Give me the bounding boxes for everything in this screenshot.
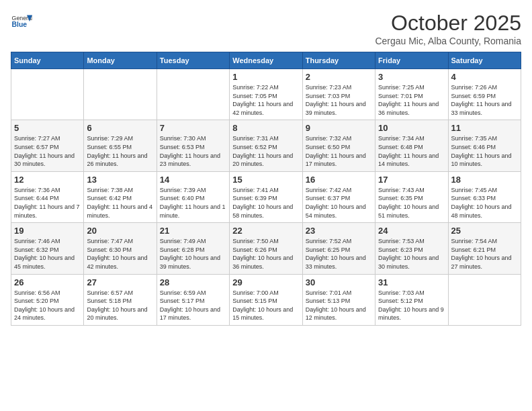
day-info: Sunrise: 7:23 AMSunset: 7:03 PMDaylight:… — [306, 83, 372, 117]
day-cell: 20Sunrise: 7:47 AMSunset: 6:30 PMDayligh… — [84, 223, 157, 274]
day-cell: 14Sunrise: 7:39 AMSunset: 6:40 PMDayligh… — [157, 171, 229, 222]
day-cell: 7Sunrise: 7:30 AMSunset: 6:53 PMDaylight… — [157, 120, 229, 171]
day-info: Sunrise: 7:50 AMSunset: 6:26 PMDaylight:… — [232, 237, 299, 271]
week-row-3: 12Sunrise: 7:36 AMSunset: 6:44 PMDayligh… — [11, 171, 521, 222]
day-cell: 9Sunrise: 7:32 AMSunset: 6:50 PMDaylight… — [302, 120, 375, 171]
day-cell — [11, 69, 84, 120]
day-info: Sunrise: 7:46 AMSunset: 6:32 PMDaylight:… — [14, 237, 81, 271]
day-number: 9 — [306, 123, 372, 133]
day-cell: 27Sunrise: 6:57 AMSunset: 5:18 PMDayligh… — [84, 274, 157, 325]
day-number: 16 — [306, 175, 372, 185]
day-info: Sunrise: 7:25 AMSunset: 7:01 PMDaylight:… — [378, 83, 445, 117]
day-info: Sunrise: 7:29 AMSunset: 6:55 PMDaylight:… — [87, 134, 153, 168]
day-cell: 18Sunrise: 7:45 AMSunset: 6:33 PMDayligh… — [448, 171, 521, 222]
day-info: Sunrise: 7:39 AMSunset: 6:40 PMDaylight:… — [160, 186, 226, 220]
day-info: Sunrise: 7:31 AMSunset: 6:52 PMDaylight:… — [232, 134, 299, 168]
day-info: Sunrise: 6:56 AMSunset: 5:20 PMDaylight:… — [14, 289, 81, 322]
day-number: 15 — [232, 175, 299, 185]
title-block: October 2025 Cergau Mic, Alba County, Ro… — [375, 11, 521, 46]
day-number: 6 — [87, 123, 153, 133]
col-header-friday: Friday — [375, 52, 448, 69]
day-cell — [157, 69, 229, 120]
day-number: 7 — [160, 123, 226, 133]
col-header-wednesday: Wednesday — [230, 52, 302, 69]
day-cell: 3Sunrise: 7:25 AMSunset: 7:01 PMDaylight… — [375, 69, 448, 120]
day-number: 25 — [451, 226, 518, 236]
col-header-tuesday: Tuesday — [157, 52, 229, 69]
day-number: 22 — [232, 226, 299, 236]
week-row-2: 5Sunrise: 7:27 AMSunset: 6:57 PMDaylight… — [11, 120, 521, 171]
day-info: Sunrise: 7:43 AMSunset: 6:35 PMDaylight:… — [378, 186, 445, 220]
day-number: 14 — [160, 175, 226, 185]
day-cell: 19Sunrise: 7:46 AMSunset: 6:32 PMDayligh… — [11, 223, 84, 274]
day-cell: 29Sunrise: 7:00 AMSunset: 5:15 PMDayligh… — [230, 274, 302, 325]
day-info: Sunrise: 7:35 AMSunset: 6:46 PMDaylight:… — [451, 134, 518, 168]
day-info: Sunrise: 7:47 AMSunset: 6:30 PMDaylight:… — [87, 237, 153, 271]
day-info: Sunrise: 7:52 AMSunset: 6:25 PMDaylight:… — [306, 237, 372, 271]
day-cell: 28Sunrise: 6:59 AMSunset: 5:17 PMDayligh… — [157, 274, 229, 325]
day-info: Sunrise: 7:32 AMSunset: 6:50 PMDaylight:… — [306, 134, 372, 168]
header-row: SundayMondayTuesdayWednesdayThursdayFrid… — [11, 52, 521, 69]
logo-icon: General Blue — [11, 11, 32, 32]
day-cell: 1Sunrise: 7:22 AMSunset: 7:05 PMDaylight… — [230, 69, 302, 120]
day-cell: 30Sunrise: 7:01 AMSunset: 5:13 PMDayligh… — [302, 274, 375, 325]
day-info: Sunrise: 6:59 AMSunset: 5:17 PMDaylight:… — [160, 289, 226, 322]
day-info: Sunrise: 7:22 AMSunset: 7:05 PMDaylight:… — [232, 83, 299, 117]
day-number: 21 — [160, 226, 226, 236]
day-info: Sunrise: 7:00 AMSunset: 5:15 PMDaylight:… — [232, 289, 299, 322]
logo: General Blue — [11, 11, 32, 32]
day-number: 3 — [378, 72, 445, 82]
day-info: Sunrise: 7:26 AMSunset: 6:59 PMDaylight:… — [451, 83, 518, 117]
subtitle: Cergau Mic, Alba County, Romania — [375, 36, 521, 46]
day-number: 29 — [232, 277, 299, 287]
day-number: 10 — [378, 123, 445, 133]
day-cell: 11Sunrise: 7:35 AMSunset: 6:46 PMDayligh… — [448, 120, 521, 171]
day-cell: 15Sunrise: 7:41 AMSunset: 6:39 PMDayligh… — [230, 171, 302, 222]
day-number: 30 — [306, 277, 372, 287]
day-number: 12 — [14, 175, 81, 185]
col-header-monday: Monday — [84, 52, 157, 69]
day-number: 24 — [378, 226, 445, 236]
day-number: 31 — [378, 277, 445, 287]
day-number: 4 — [451, 72, 518, 82]
col-header-saturday: Saturday — [448, 52, 521, 69]
day-cell: 8Sunrise: 7:31 AMSunset: 6:52 PMDaylight… — [230, 120, 302, 171]
day-info: Sunrise: 6:57 AMSunset: 5:18 PMDaylight:… — [87, 289, 153, 322]
col-header-sunday: Sunday — [11, 52, 84, 69]
day-number: 11 — [451, 123, 518, 133]
day-info: Sunrise: 7:45 AMSunset: 6:33 PMDaylight:… — [451, 186, 518, 220]
day-info: Sunrise: 7:49 AMSunset: 6:28 PMDaylight:… — [160, 237, 226, 271]
day-info: Sunrise: 7:01 AMSunset: 5:13 PMDaylight:… — [306, 289, 372, 322]
day-number: 5 — [14, 123, 81, 133]
week-row-5: 26Sunrise: 6:56 AMSunset: 5:20 PMDayligh… — [11, 274, 521, 325]
day-cell: 24Sunrise: 7:53 AMSunset: 6:23 PMDayligh… — [375, 223, 448, 274]
day-cell: 2Sunrise: 7:23 AMSunset: 7:03 PMDaylight… — [302, 69, 375, 120]
day-info: Sunrise: 7:03 AMSunset: 5:12 PMDaylight:… — [378, 289, 445, 322]
day-info: Sunrise: 7:41 AMSunset: 6:39 PMDaylight:… — [232, 186, 299, 220]
day-number: 27 — [87, 277, 153, 287]
day-cell: 4Sunrise: 7:26 AMSunset: 6:59 PMDaylight… — [448, 69, 521, 120]
day-number: 23 — [306, 226, 372, 236]
month-title: October 2025 — [375, 11, 521, 36]
week-row-4: 19Sunrise: 7:46 AMSunset: 6:32 PMDayligh… — [11, 223, 521, 274]
day-info: Sunrise: 7:27 AMSunset: 6:57 PMDaylight:… — [14, 134, 81, 168]
page-header: General Blue October 2025 Cergau Mic, Al… — [11, 11, 521, 46]
day-cell: 17Sunrise: 7:43 AMSunset: 6:35 PMDayligh… — [375, 171, 448, 222]
day-number: 19 — [14, 226, 81, 236]
day-info: Sunrise: 7:42 AMSunset: 6:37 PMDaylight:… — [306, 186, 372, 220]
day-cell — [448, 274, 521, 325]
day-cell: 26Sunrise: 6:56 AMSunset: 5:20 PMDayligh… — [11, 274, 84, 325]
day-info: Sunrise: 7:54 AMSunset: 6:21 PMDaylight:… — [451, 237, 518, 271]
day-cell: 16Sunrise: 7:42 AMSunset: 6:37 PMDayligh… — [302, 171, 375, 222]
day-info: Sunrise: 7:30 AMSunset: 6:53 PMDaylight:… — [160, 134, 226, 168]
day-info: Sunrise: 7:34 AMSunset: 6:48 PMDaylight:… — [378, 134, 445, 168]
day-cell: 5Sunrise: 7:27 AMSunset: 6:57 PMDaylight… — [11, 120, 84, 171]
day-info: Sunrise: 7:36 AMSunset: 6:44 PMDaylight:… — [14, 186, 81, 220]
day-cell: 13Sunrise: 7:38 AMSunset: 6:42 PMDayligh… — [84, 171, 157, 222]
day-cell: 21Sunrise: 7:49 AMSunset: 6:28 PMDayligh… — [157, 223, 229, 274]
day-number: 18 — [451, 175, 518, 185]
week-row-1: 1Sunrise: 7:22 AMSunset: 7:05 PMDaylight… — [11, 69, 521, 120]
day-cell: 22Sunrise: 7:50 AMSunset: 6:26 PMDayligh… — [230, 223, 302, 274]
day-cell: 10Sunrise: 7:34 AMSunset: 6:48 PMDayligh… — [375, 120, 448, 171]
day-info: Sunrise: 7:53 AMSunset: 6:23 PMDaylight:… — [378, 237, 445, 271]
